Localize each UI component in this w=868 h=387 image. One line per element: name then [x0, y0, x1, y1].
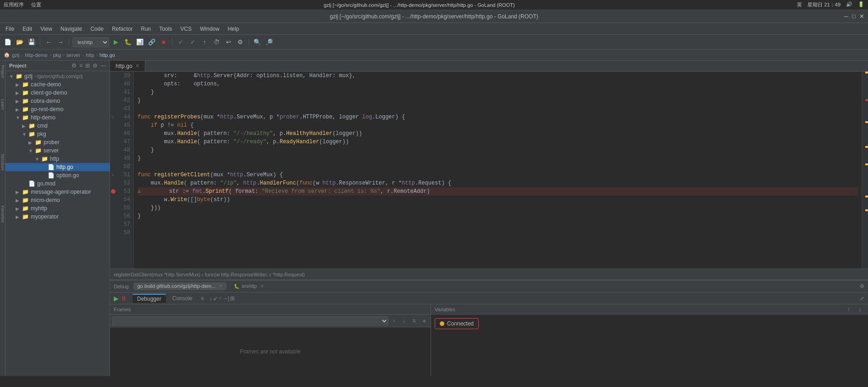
maximize-button[interactable]: □ [852, 13, 856, 20]
gutter-bp-51[interactable]: ▷ [110, 172, 116, 178]
frames-sort-icon[interactable]: ≡ [409, 316, 419, 325]
new-file-button[interactable]: 📄 [3, 37, 13, 47]
code-editor[interactable]: 39 40 41 42 [110, 72, 868, 269]
back-button[interactable]: ← [44, 37, 54, 47]
attach-debugger-button[interactable]: 🔗 [147, 37, 157, 47]
settings-button[interactable]: ⚙ [235, 37, 245, 47]
menu-help[interactable]: Help [224, 25, 243, 33]
debug-session-tab-1-close[interactable]: ✕ [219, 283, 223, 289]
debug-evaluate-icon[interactable]: ⊞ [230, 295, 235, 302]
debug-run-to-cursor-icon[interactable]: →| [222, 295, 229, 302]
structure-panel-toggle[interactable]: Structure [0, 151, 6, 174]
tree-item-cmd[interactable]: ▶ 📁 cmd [6, 122, 110, 130]
gutter-bp-44[interactable]: ▷ [110, 114, 116, 120]
project-gear-icon[interactable]: ⚙ [93, 62, 98, 69]
tree-item-go-rest-demo[interactable]: ▶ 📁 go-rest-demo [6, 105, 110, 113]
debug-settings-button[interactable]: ⚙ [860, 283, 864, 289]
tree-item-client-go-demo[interactable]: ▶ 📁 client-go-demo [6, 89, 110, 97]
close-button[interactable]: ✕ [859, 13, 864, 20]
debug-pause-icon[interactable]: ⏸ [121, 295, 127, 302]
menu-tools[interactable]: Tools [155, 25, 176, 33]
git-history-button[interactable]: ⏱ [211, 37, 221, 47]
tree-item-http[interactable]: ▼ 📁 http [6, 155, 110, 163]
menu-run[interactable]: Run [137, 25, 155, 33]
debug-resume-icon[interactable]: ▶ [114, 295, 119, 302]
gutter-bp-53[interactable] [110, 189, 116, 194]
tree-item-cache-demo[interactable]: ▶ 📁 cache-demo [6, 80, 110, 89]
variables-down-icon[interactable]: ↓ [855, 305, 864, 314]
project-sort-icon[interactable]: ≡ [79, 62, 83, 69]
tree-item-http-demo[interactable]: ▼ 📁 http-demo [6, 113, 110, 122]
frames-combo[interactable] [112, 316, 388, 325]
run-config-select[interactable]: teshttp [72, 37, 109, 47]
debug-session-tab-2-close[interactable]: ✕ [260, 283, 264, 289]
project-close-icon[interactable]: — [100, 62, 106, 69]
breadcrumb-http-demo[interactable]: http-demo [25, 52, 48, 58]
tree-item-myhttp[interactable]: ▶ 📁 myhttp [6, 204, 110, 213]
menu-navigate[interactable]: Navigate [57, 25, 86, 33]
debug-session-tab-1[interactable]: go build github.com/gzlj/http-dem... ✕ [133, 282, 227, 290]
breadcrumb-root[interactable]: gzlj [12, 52, 20, 58]
project-panel-toggle[interactable]: Project [0, 62, 6, 81]
stop-button[interactable]: ■ [159, 37, 169, 47]
tree-item-gzlj[interactable]: ▼ 📁 gzlj ~/go/src/github.com/gzlj [6, 72, 110, 80]
tree-item-message-agent-operator[interactable]: ▶ 📁 message-agent-operator [6, 188, 110, 196]
breadcrumb-gzlj[interactable]: 🏠 [4, 52, 10, 58]
frames-down-icon[interactable]: ↓ [399, 316, 409, 325]
tree-item-server[interactable]: ▼ 📁 server [6, 146, 110, 155]
tree-item-micro-demo[interactable]: ▶ 📁 micro-demo [6, 196, 110, 204]
debug-step-over-icon[interactable]: ↓ [210, 295, 212, 302]
git-checkmark-button[interactable]: ✓ [176, 37, 186, 47]
project-expand-icon[interactable]: ⊞ [85, 62, 90, 69]
debug-tab-console[interactable]: Console [168, 294, 197, 303]
debug-tab-debugger[interactable]: Debugger [133, 294, 166, 303]
git-action-button[interactable]: ↑ [199, 37, 210, 47]
undo-button[interactable]: ↩ [223, 37, 233, 47]
tree-item-http-go[interactable]: 📄 http.go [6, 163, 110, 171]
run-button[interactable]: ▶ [111, 37, 121, 47]
code-lines[interactable]: srv: &http.Server{Addr: options.listen, … [134, 72, 862, 269]
tree-item-myoperator[interactable]: ▶ 📁 myoperator [6, 213, 110, 221]
frames-up-icon[interactable]: ↑ [389, 316, 398, 325]
menu-file[interactable]: File [2, 25, 18, 33]
minimize-button[interactable]: ─ [844, 13, 848, 20]
tree-item-prober[interactable]: ▶ 📁 prober [6, 138, 110, 146]
os-app-menu[interactable]: 应用程序 [4, 1, 24, 8]
learn-panel-toggle[interactable]: Learn [0, 96, 6, 112]
menu-code[interactable]: Code [87, 25, 107, 33]
breadcrumb-server[interactable]: server [66, 52, 81, 58]
debug-session-tab-2[interactable]: 🐛 teshttp ✕ [230, 282, 268, 290]
save-button[interactable]: 💾 [27, 37, 37, 47]
debug-step-out-icon[interactable]: ↑ [219, 295, 221, 302]
git-checkmark2-button[interactable]: ✓ [188, 37, 198, 47]
variables-up-icon[interactable]: ↑ [844, 305, 853, 314]
tab-http-go[interactable]: http.go ✕ [110, 61, 145, 71]
search-button[interactable]: 🔍 [252, 37, 262, 47]
tab-http-go-close[interactable]: ✕ [135, 63, 139, 69]
menu-edit[interactable]: Edit [19, 25, 36, 33]
menu-vcs[interactable]: VCS [177, 25, 195, 33]
frames-add-icon[interactable]: + [420, 316, 429, 325]
breadcrumb-http[interactable]: http [86, 52, 94, 58]
tree-item-cobra-demo[interactable]: ▶ 📁 cobra-demo [6, 97, 110, 105]
os-battery-icon[interactable]: 🔋 [858, 1, 864, 8]
os-volume-icon[interactable]: 🔊 [846, 1, 852, 8]
project-settings-icon[interactable]: ⚙ [72, 62, 77, 69]
breadcrumb-pkg[interactable]: pkg [53, 52, 61, 58]
debug-step-into-icon[interactable]: ↙ [213, 295, 218, 302]
os-position-menu[interactable]: 位置 [31, 1, 41, 8]
menu-refactor[interactable]: Refactor [108, 25, 136, 33]
breadcrumb-httpgo[interactable]: http.go [100, 52, 115, 58]
tree-item-pkg[interactable]: ▼ 📁 pkg [6, 130, 110, 138]
favorites-panel-toggle[interactable]: Favorites [0, 203, 6, 225]
menu-window[interactable]: Window [196, 25, 223, 33]
debug-expand-icon[interactable]: ⤢ [860, 295, 864, 302]
run-with-coverage-button[interactable]: 📊 [135, 37, 145, 47]
forward-button[interactable]: → [55, 37, 66, 47]
search-everywhere-button[interactable]: 🔎 [264, 37, 274, 47]
open-button[interactable]: 📂 [15, 37, 25, 47]
debug-tab-more-icon[interactable]: ≡ [201, 295, 204, 302]
tree-item-option-go[interactable]: 📄 option.go [6, 171, 110, 179]
debug-button[interactable]: 🐛 [123, 37, 133, 47]
menu-view[interactable]: View [37, 25, 56, 33]
